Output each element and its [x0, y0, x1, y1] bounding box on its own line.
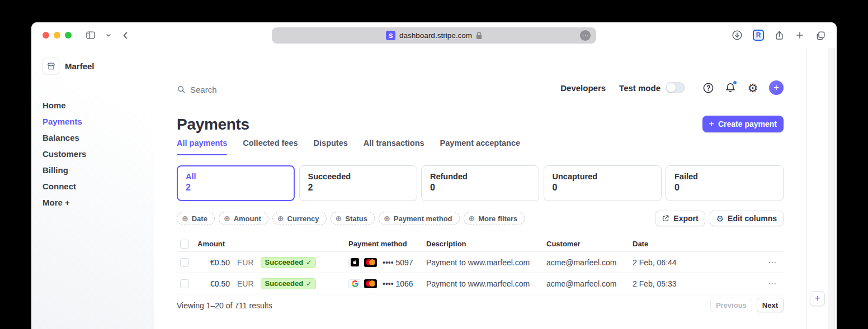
sidebar: Marfeel Home Payments Balances Customers…	[31, 48, 154, 329]
browser-window: S dashboard.stripe.com ⋯ R	[31, 22, 837, 329]
payment-description: Payment to www.marfeel.com	[426, 258, 546, 267]
test-mode-label: Test mode	[619, 83, 661, 93]
floating-add-button[interactable]: +	[810, 291, 825, 306]
row-actions-icon[interactable]: ⋯	[768, 279, 784, 289]
mastercard-icon	[364, 258, 377, 267]
stripe-dashboard: Marfeel Home Payments Balances Customers…	[31, 48, 837, 329]
edit-columns-button[interactable]: ⚙ Edit columns	[710, 211, 784, 226]
url-options-icon[interactable]: ⋯	[580, 30, 591, 41]
settings-gear-icon[interactable]: ⚙	[747, 82, 759, 94]
sidebar-item-payments[interactable]: Payments	[43, 113, 86, 130]
toggle-knob	[667, 83, 676, 92]
table-header: Amount Payment method Description Custom…	[177, 236, 784, 252]
sidebar-item-billing[interactable]: Billing	[43, 162, 86, 178]
main-content: Search Developers Test mode ⚙ + Payments	[177, 48, 784, 329]
column-header-description: Description	[426, 240, 546, 248]
filter-pill-amount[interactable]: ⊕Amount	[219, 212, 268, 225]
payment-currency: EUR	[237, 279, 254, 288]
payment-currency: EUR	[237, 258, 254, 267]
column-header-customer: Customer	[546, 240, 633, 248]
close-window-button[interactable]	[43, 32, 49, 39]
stripe-favicon: S	[386, 31, 395, 40]
payment-customer: acme@marfeel.com	[546, 258, 633, 267]
next-page-button[interactable]: Next	[757, 298, 784, 312]
payment-date: 2 Feb, 06:44	[633, 258, 719, 267]
sidebar-item-connect[interactable]: Connect	[43, 178, 86, 194]
filter-card-refunded[interactable]: Refunded 0	[421, 165, 539, 201]
previous-page-button[interactable]: Previous	[710, 298, 752, 312]
status-badge: Succeeded✓	[261, 257, 317, 268]
filter-card-succeeded[interactable]: Succeeded 2	[299, 165, 417, 201]
circle-plus-icon: ⊕	[224, 214, 230, 222]
row-actions-icon[interactable]: ⋯	[768, 258, 784, 268]
circle-plus-icon: ⊕	[384, 214, 390, 222]
browser-toolbar: S dashboard.stripe.com ⋯ R	[31, 22, 837, 48]
new-tab-icon[interactable]	[794, 30, 805, 41]
tab-disputes[interactable]: Disputes	[314, 139, 348, 155]
row-checkbox[interactable]	[180, 258, 189, 267]
sidebar-item-customers[interactable]: Customers	[43, 146, 86, 162]
url-text: dashboard.stripe.com	[399, 31, 472, 40]
create-payment-button[interactable]: + Create payment	[702, 116, 784, 132]
sidebar-item-home[interactable]: Home	[43, 97, 86, 113]
test-mode-toggle[interactable]	[666, 82, 685, 93]
export-button[interactable]: Export	[655, 211, 705, 226]
tab-all-transactions[interactable]: All transactions	[364, 139, 424, 155]
filter-pills: ⊕Date ⊕Amount ⊕Currency ⊕Status ⊕Payment…	[177, 212, 525, 225]
filter-pill-date[interactable]: ⊕Date	[177, 212, 215, 225]
back-button[interactable]	[120, 30, 131, 41]
column-header-date: Date	[633, 240, 719, 248]
sidebar-item-more[interactable]: More +	[43, 194, 86, 211]
table-row[interactable]: €0.50 EUR Succeeded✓ •••• 5097 Payment t…	[177, 252, 784, 273]
apple-pay-icon	[348, 258, 361, 267]
filter-pill-payment-method[interactable]: ⊕Payment method	[379, 212, 459, 225]
filter-pill-status[interactable]: ⊕Status	[331, 212, 375, 225]
filter-card-all[interactable]: All 2	[177, 165, 295, 201]
filter-card-failed[interactable]: Failed 0	[666, 165, 784, 201]
chevron-down-icon[interactable]	[105, 30, 112, 41]
sidebar-item-balances[interactable]: Balances	[43, 130, 86, 146]
scrollbar[interactable]	[828, 48, 835, 329]
sidebar-nav: Home Payments Balances Customers Billing…	[43, 97, 86, 211]
downloads-icon[interactable]	[732, 30, 743, 41]
status-filter-cards: All 2 Succeeded 2 Refunded 0 Uncaptured …	[177, 165, 784, 201]
storefront-icon	[43, 58, 59, 74]
developers-link[interactable]: Developers	[560, 83, 606, 93]
table-row[interactable]: €0.50 EUR Succeeded✓ •••• 1066 Payment t…	[177, 273, 784, 294]
tab-collected-fees[interactable]: Collected fees	[243, 139, 298, 155]
row-checkbox[interactable]	[180, 279, 189, 288]
check-icon: ✓	[306, 259, 312, 266]
search-input[interactable]: Search	[177, 83, 217, 96]
tab-overview-icon[interactable]	[815, 30, 826, 41]
filter-pill-currency[interactable]: ⊕Currency	[272, 212, 327, 225]
minimize-window-button[interactable]	[54, 32, 60, 39]
header-actions: Developers Test mode ⚙ +	[560, 80, 784, 95]
status-badge: Succeeded✓	[261, 278, 317, 289]
select-all-checkbox[interactable]	[180, 240, 189, 249]
export-icon	[662, 214, 669, 222]
notifications-bell-icon[interactable]	[724, 82, 737, 94]
browser-extension-icon[interactable]: R	[753, 30, 764, 41]
lock-icon	[476, 32, 482, 40]
plus-icon: +	[709, 120, 714, 129]
content-divider	[806, 48, 807, 329]
sidebar-toggle-icon[interactable]	[85, 30, 96, 41]
edit-columns-icon: ⚙	[716, 214, 724, 223]
help-icon[interactable]	[702, 82, 714, 94]
share-icon[interactable]	[773, 30, 785, 41]
table-actions: Export ⚙ Edit columns	[655, 211, 784, 226]
zoom-window-button[interactable]	[65, 32, 72, 39]
filter-card-uncaptured[interactable]: Uncaptured 0	[544, 165, 662, 201]
tab-all-payments[interactable]: All payments	[177, 139, 227, 155]
payment-description: Payment to www.marfeel.com	[426, 279, 546, 288]
google-pay-icon	[348, 279, 361, 288]
filter-pill-more-filters[interactable]: ⊕More filters	[464, 212, 525, 225]
account-menu-button[interactable]: +	[769, 80, 784, 95]
account-switcher[interactable]: Marfeel	[43, 58, 95, 74]
column-header-payment-method: Payment method	[348, 240, 426, 248]
tab-payment-acceptance[interactable]: Payment acceptance	[440, 139, 520, 155]
address-bar[interactable]: S dashboard.stripe.com ⋯	[272, 27, 596, 44]
column-header-amount: Amount	[194, 240, 348, 248]
card-last4: •••• 5097	[383, 258, 413, 267]
payment-date: 2 Feb, 05:33	[633, 279, 719, 288]
